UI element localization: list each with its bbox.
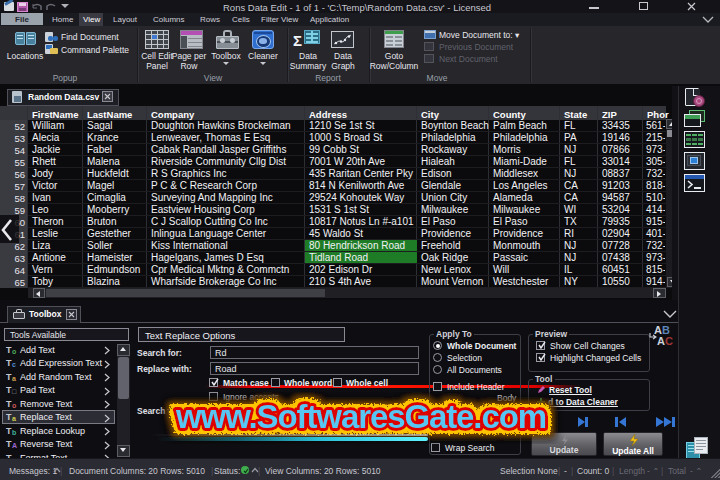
svg-text:www.SoftwaresGate.com: www.SoftwaresGate.com (175, 398, 546, 435)
